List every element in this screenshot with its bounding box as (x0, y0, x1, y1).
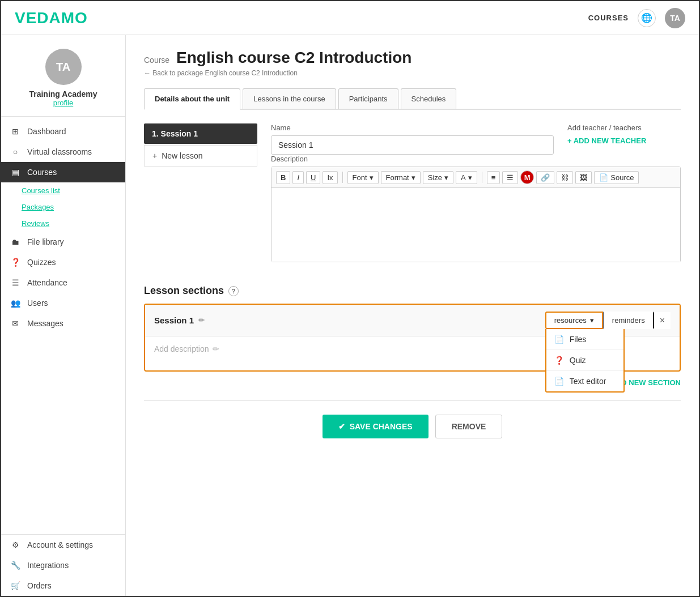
sidebar-item-packages[interactable]: Packages (1, 199, 125, 215)
sidebar-sub-label-courses-list: Courses list (22, 186, 60, 195)
sidebar-item-integrations[interactable]: 🔧 Integrations (1, 555, 125, 575)
resources-button[interactable]: resources ▾ (545, 312, 603, 329)
strikethrough-button[interactable]: Ix (323, 171, 337, 184)
course-word: Course (144, 56, 169, 65)
globe-icon[interactable]: 🌐 (638, 9, 656, 27)
sidebar-item-users[interactable]: 👥 Users (1, 293, 125, 313)
sidebar-item-orders[interactable]: 🛒 Orders (1, 575, 125, 596)
bold-button[interactable]: B (276, 171, 290, 184)
font-dropdown[interactable]: Font ▾ (347, 171, 379, 184)
resource-text-editor-item[interactable]: 📄 Text editor (546, 371, 623, 391)
image-button[interactable]: 🖼 (575, 171, 592, 184)
text-editor-label: Text editor (570, 377, 606, 386)
sidebar-label-account-settings: Account & settings (27, 540, 93, 549)
sidebar-nav: ⊞ Dashboard ○ Virtual classrooms ▤ Cours… (1, 117, 125, 534)
editor-toolbar: B I U Ix Font ▾ Format (271, 167, 680, 188)
sidebar-sub-label-packages: Packages (22, 203, 54, 211)
sidebar-profile-link[interactable]: profile (53, 99, 73, 107)
tab-participants[interactable]: Participants (338, 88, 398, 109)
top-nav: VEDAMO COURSES 🌐 TA (1, 1, 699, 35)
sidebar-item-virtual-classrooms[interactable]: ○ Virtual classrooms (1, 142, 125, 162)
source-dropdown[interactable]: 📄 Source (594, 171, 639, 184)
name-input[interactable] (271, 135, 554, 155)
lesson-form: Name Add teacher / teachers + ADD NEW TE… (271, 123, 681, 271)
text-color-arrow: ▾ (468, 173, 472, 182)
editor-body[interactable] (271, 188, 680, 262)
resources-label: resources (554, 316, 587, 325)
sidebar-sub-label-reviews: Reviews (22, 219, 49, 228)
save-changes-button[interactable]: ✔ SAVE CHANGES (323, 415, 429, 438)
reminders-button[interactable]: reminders (603, 312, 654, 329)
integrations-icon: 🔧 (10, 561, 20, 570)
resource-files-item[interactable]: 📄 Files (546, 329, 623, 350)
sidebar-label-quizzes: Quizzes (27, 258, 56, 267)
sidebar-label-virtual-classrooms: Virtual classrooms (27, 147, 92, 156)
new-lesson-button[interactable]: + New lesson (144, 145, 257, 167)
tab-lessons[interactable]: Lessons in the course (243, 88, 336, 109)
add-new-teacher-button[interactable]: + ADD NEW TEACHER (567, 137, 681, 145)
sidebar-item-dashboard[interactable]: ⊞ Dashboard (1, 121, 125, 142)
add-teacher-label: Add teacher / teachers (567, 123, 681, 132)
remove-button[interactable]: REMOVE (435, 415, 503, 438)
sidebar-item-attendance[interactable]: ☰ Attendance (1, 272, 125, 293)
unlink-button[interactable]: ⛓ (557, 171, 573, 184)
size-dropdown-label: Size (428, 173, 442, 182)
ordered-list-button[interactable]: ≡ (487, 171, 500, 184)
underline-button[interactable]: U (306, 171, 320, 184)
main-content: Course English course C2 Introduction ← … (126, 35, 699, 596)
session-card-name: Session 1 ✏ (154, 315, 205, 325)
nav-courses-label[interactable]: COURSES (588, 14, 629, 22)
sidebar-item-account-settings[interactable]: ⚙ Account & settings (1, 535, 125, 555)
session-card-close-button[interactable]: × (654, 312, 671, 329)
new-lesson-label: New lesson (162, 151, 202, 160)
resource-quiz-item[interactable]: ❓ Quiz (546, 350, 623, 371)
text-color-dropdown[interactable]: A ▾ (456, 171, 477, 184)
lesson-session1[interactable]: 1. Session 1 (144, 123, 257, 144)
session-card-actions: resources ▾ 📄 Files ❓ Quiz (545, 312, 671, 329)
lesson-sections-title: Lesson sections ? (144, 285, 681, 297)
sidebar-item-file-library[interactable]: 🖿 File library (1, 232, 125, 252)
top-avatar[interactable]: TA (665, 8, 685, 28)
course-label: Course English course C2 Introduction (144, 49, 681, 67)
sidebar: TA Training Academy profile ⊞ Dashboard … (1, 35, 126, 596)
media-button[interactable]: M (520, 170, 534, 184)
lesson-list: 1. Session 1 + New lesson (144, 123, 257, 271)
sidebar-profile: TA Training Academy profile (1, 35, 125, 117)
size-dropdown-arrow: ▾ (444, 173, 448, 182)
format-dropdown-arrow: ▾ (411, 173, 415, 182)
link-button[interactable]: 🔗 (536, 171, 554, 184)
unordered-list-button[interactable]: ☰ (502, 171, 518, 184)
description-label: Description (271, 155, 681, 163)
quizzes-icon: ❓ (10, 258, 20, 267)
name-label: Name (271, 123, 554, 132)
sidebar-item-messages[interactable]: ✉ Messages (1, 313, 125, 334)
sidebar-label-dashboard: Dashboard (27, 127, 66, 136)
sidebar-item-courses-list[interactable]: Courses list (1, 182, 125, 199)
orders-icon: 🛒 (10, 581, 20, 590)
description-section: Description B I U Ix Font ▾ (271, 155, 681, 262)
toolbar-sep-1 (342, 172, 343, 183)
size-dropdown[interactable]: Size ▾ (423, 171, 453, 184)
session-card-header: Session 1 ✏ resources ▾ 📄 (145, 305, 680, 336)
source-icon: 📄 (599, 173, 608, 182)
sidebar-item-courses[interactable]: ▤ Courses (1, 162, 125, 182)
font-dropdown-arrow: ▾ (370, 173, 374, 182)
sidebar-item-reviews[interactable]: Reviews (1, 215, 125, 232)
lesson-sections-help-icon[interactable]: ? (228, 286, 239, 296)
plus-icon: + (152, 151, 157, 160)
files-icon: 📄 (554, 335, 564, 344)
bottom-actions: ✔ SAVE CHANGES REMOVE (144, 400, 681, 447)
sidebar-label-attendance: Attendance (27, 278, 67, 287)
account-settings-icon: ⚙ (10, 540, 20, 549)
sidebar-item-quizzes[interactable]: ❓ Quizzes (1, 252, 125, 272)
quiz-label: Quiz (570, 356, 586, 365)
tab-details[interactable]: Details about the unit (144, 88, 240, 110)
back-link[interactable]: ← Back to package English course C2 Intr… (144, 69, 681, 77)
tab-schedules[interactable]: Schedules (401, 88, 457, 109)
sidebar-sub-courses: Courses list Packages Reviews (1, 182, 125, 232)
virtual-classrooms-icon: ○ (10, 147, 20, 156)
format-dropdown[interactable]: Format ▾ (381, 171, 421, 184)
resources-arrow: ▾ (590, 316, 594, 325)
session-name-edit-icon[interactable]: ✏ (198, 316, 205, 325)
italic-button[interactable]: I (292, 171, 304, 184)
